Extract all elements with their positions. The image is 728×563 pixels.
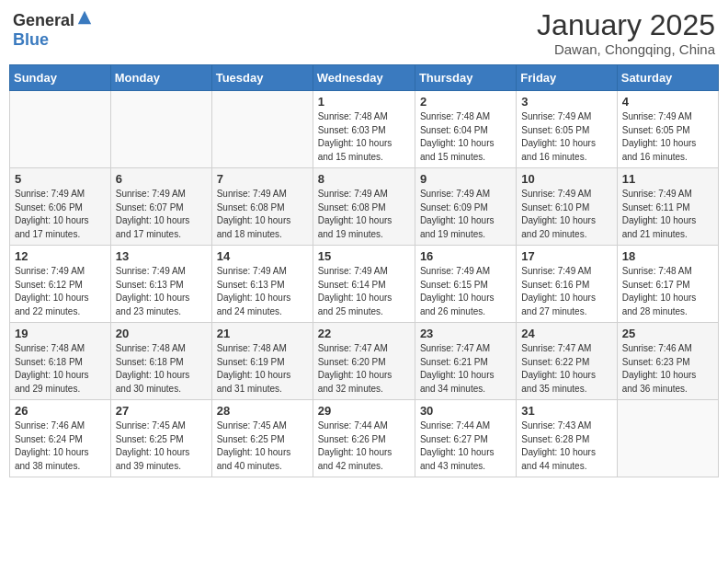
calendar-cell: 19Sunrise: 7:48 AM Sunset: 6:18 PM Dayli…: [10, 323, 111, 400]
day-info: Sunrise: 7:48 AM Sunset: 6:18 PM Dayligh…: [15, 342, 106, 396]
day-number: 1: [318, 95, 410, 109]
day-number: 22: [318, 327, 410, 340]
day-number: 29: [318, 404, 410, 418]
day-number: 3: [521, 95, 611, 109]
calendar-cell: 14Sunrise: 7:49 AM Sunset: 6:13 PM Dayli…: [211, 246, 313, 323]
day-number: 19: [15, 327, 106, 340]
day-info: Sunrise: 7:49 AM Sunset: 6:06 PM Dayligh…: [15, 188, 106, 241]
weekday-header-wednesday: Wednesday: [313, 65, 415, 91]
calendar-cell: 1Sunrise: 7:48 AM Sunset: 6:03 PM Daylig…: [313, 91, 415, 168]
logo-general: General: [13, 11, 74, 29]
calendar-cell: 9Sunrise: 7:49 AM Sunset: 6:09 PM Daylig…: [415, 168, 516, 246]
day-number: 23: [420, 327, 511, 340]
weekday-header-thursday: Thursday: [415, 65, 516, 91]
day-info: Sunrise: 7:47 AM Sunset: 6:20 PM Dayligh…: [318, 342, 410, 396]
calendar-cell: 24Sunrise: 7:47 AM Sunset: 6:22 PM Dayli…: [517, 323, 617, 400]
calendar-cell: 28Sunrise: 7:45 AM Sunset: 6:25 PM Dayli…: [211, 400, 313, 477]
calendar-cell: 4Sunrise: 7:49 AM Sunset: 6:05 PM Daylig…: [617, 91, 718, 168]
calendar-cell: 7Sunrise: 7:49 AM Sunset: 6:08 PM Daylig…: [211, 168, 313, 246]
title-block: January 2025 Dawan, Chongqing, China: [537, 9, 715, 57]
day-number: 27: [116, 404, 207, 418]
day-number: 26: [15, 404, 106, 418]
calendar-cell: 12Sunrise: 7:49 AM Sunset: 6:12 PM Dayli…: [10, 246, 111, 323]
calendar-cell: 18Sunrise: 7:48 AM Sunset: 6:17 PM Dayli…: [617, 246, 718, 323]
day-info: Sunrise: 7:45 AM Sunset: 6:25 PM Dayligh…: [116, 419, 207, 473]
calendar-cell: 2Sunrise: 7:48 AM Sunset: 6:04 PM Daylig…: [415, 91, 516, 168]
day-info: Sunrise: 7:49 AM Sunset: 6:16 PM Dayligh…: [521, 265, 611, 318]
day-info: Sunrise: 7:48 AM Sunset: 6:18 PM Dayligh…: [116, 342, 207, 396]
calendar-week-row: 5Sunrise: 7:49 AM Sunset: 6:06 PM Daylig…: [10, 168, 719, 246]
day-info: Sunrise: 7:49 AM Sunset: 6:13 PM Dayligh…: [217, 265, 308, 318]
day-number: 20: [116, 327, 207, 340]
day-info: Sunrise: 7:49 AM Sunset: 6:05 PM Dayligh…: [521, 110, 611, 164]
day-info: Sunrise: 7:46 AM Sunset: 6:24 PM Dayligh…: [15, 419, 106, 473]
calendar-week-row: 19Sunrise: 7:48 AM Sunset: 6:18 PM Dayli…: [10, 323, 719, 400]
calendar-cell: 16Sunrise: 7:49 AM Sunset: 6:15 PM Dayli…: [415, 246, 516, 323]
calendar-cell: 13Sunrise: 7:49 AM Sunset: 6:13 PM Dayli…: [110, 246, 211, 323]
day-number: 25: [622, 327, 713, 340]
calendar-cell: 10Sunrise: 7:49 AM Sunset: 6:10 PM Dayli…: [517, 168, 617, 246]
calendar-cell: [10, 91, 111, 168]
calendar-cell: 11Sunrise: 7:49 AM Sunset: 6:11 PM Dayli…: [617, 168, 718, 246]
calendar-cell: 30Sunrise: 7:44 AM Sunset: 6:27 PM Dayli…: [415, 400, 516, 477]
day-info: Sunrise: 7:49 AM Sunset: 6:08 PM Dayligh…: [217, 188, 308, 241]
calendar-cell: 15Sunrise: 7:49 AM Sunset: 6:14 PM Dayli…: [313, 246, 415, 323]
weekday-header-saturday: Saturday: [617, 65, 718, 91]
day-info: Sunrise: 7:48 AM Sunset: 6:17 PM Dayligh…: [622, 265, 713, 318]
day-number: 13: [116, 249, 207, 263]
day-info: Sunrise: 7:49 AM Sunset: 6:14 PM Dayligh…: [318, 265, 410, 318]
day-info: Sunrise: 7:44 AM Sunset: 6:26 PM Dayligh…: [318, 419, 410, 473]
day-number: 17: [521, 249, 611, 263]
day-info: Sunrise: 7:43 AM Sunset: 6:28 PM Dayligh…: [521, 419, 611, 473]
calendar-week-row: 26Sunrise: 7:46 AM Sunset: 6:24 PM Dayli…: [10, 400, 719, 477]
day-number: 31: [521, 404, 611, 418]
day-info: Sunrise: 7:49 AM Sunset: 6:05 PM Dayligh…: [622, 110, 713, 164]
day-info: Sunrise: 7:49 AM Sunset: 6:15 PM Dayligh…: [420, 265, 511, 318]
calendar-cell: 8Sunrise: 7:49 AM Sunset: 6:08 PM Daylig…: [313, 168, 415, 246]
calendar-cell: 20Sunrise: 7:48 AM Sunset: 6:18 PM Dayli…: [110, 323, 211, 400]
day-info: Sunrise: 7:45 AM Sunset: 6:25 PM Dayligh…: [217, 419, 308, 473]
page-header: General Blue January 2025 Dawan, Chongqi…: [9, 9, 719, 57]
day-info: Sunrise: 7:49 AM Sunset: 6:07 PM Dayligh…: [116, 188, 207, 241]
calendar-cell: 29Sunrise: 7:44 AM Sunset: 6:26 PM Dayli…: [313, 400, 415, 477]
day-info: Sunrise: 7:49 AM Sunset: 6:08 PM Dayligh…: [318, 188, 410, 241]
day-info: Sunrise: 7:49 AM Sunset: 6:09 PM Dayligh…: [420, 188, 511, 241]
calendar-table: SundayMondayTuesdayWednesdayThursdayFrid…: [9, 64, 719, 477]
day-number: 24: [521, 327, 611, 340]
calendar-cell: 3Sunrise: 7:49 AM Sunset: 6:05 PM Daylig…: [517, 91, 617, 168]
day-info: Sunrise: 7:48 AM Sunset: 6:03 PM Dayligh…: [318, 110, 410, 164]
day-number: 5: [15, 172, 106, 186]
calendar-cell: 23Sunrise: 7:47 AM Sunset: 6:21 PM Dayli…: [415, 323, 516, 400]
weekday-header-tuesday: Tuesday: [211, 65, 313, 91]
calendar-cell: 25Sunrise: 7:46 AM Sunset: 6:23 PM Dayli…: [617, 323, 718, 400]
month-year-title: January 2025: [537, 9, 715, 41]
calendar-cell: 6Sunrise: 7:49 AM Sunset: 6:07 PM Daylig…: [110, 168, 211, 246]
day-number: 8: [318, 172, 410, 186]
weekday-header-sunday: Sunday: [10, 65, 111, 91]
day-number: 30: [420, 404, 511, 418]
calendar-week-row: 12Sunrise: 7:49 AM Sunset: 6:12 PM Dayli…: [10, 246, 719, 323]
logo-text: General Blue: [13, 9, 93, 50]
day-info: Sunrise: 7:48 AM Sunset: 6:19 PM Dayligh…: [217, 342, 308, 396]
day-number: 21: [217, 327, 308, 340]
day-number: 14: [217, 249, 308, 263]
weekday-header-row: SundayMondayTuesdayWednesdayThursdayFrid…: [10, 65, 719, 91]
calendar-cell: [110, 91, 211, 168]
calendar-cell: 31Sunrise: 7:43 AM Sunset: 6:28 PM Dayli…: [517, 400, 617, 477]
day-info: Sunrise: 7:47 AM Sunset: 6:22 PM Dayligh…: [521, 342, 611, 396]
logo: General Blue: [13, 9, 93, 50]
calendar-cell: 17Sunrise: 7:49 AM Sunset: 6:16 PM Dayli…: [517, 246, 617, 323]
calendar-cell: 5Sunrise: 7:49 AM Sunset: 6:06 PM Daylig…: [10, 168, 111, 246]
svg-marker-0: [78, 11, 91, 24]
location-subtitle: Dawan, Chongqing, China: [537, 41, 715, 57]
day-info: Sunrise: 7:49 AM Sunset: 6:11 PM Dayligh…: [622, 188, 713, 241]
calendar-cell: [617, 400, 718, 477]
day-number: 2: [420, 95, 511, 109]
day-number: 10: [521, 172, 611, 186]
logo-icon: [76, 9, 93, 26]
day-number: 28: [217, 404, 308, 418]
calendar-cell: 22Sunrise: 7:47 AM Sunset: 6:20 PM Dayli…: [313, 323, 415, 400]
day-number: 4: [622, 95, 713, 109]
day-info: Sunrise: 7:44 AM Sunset: 6:27 PM Dayligh…: [420, 419, 511, 473]
day-number: 9: [420, 172, 511, 186]
